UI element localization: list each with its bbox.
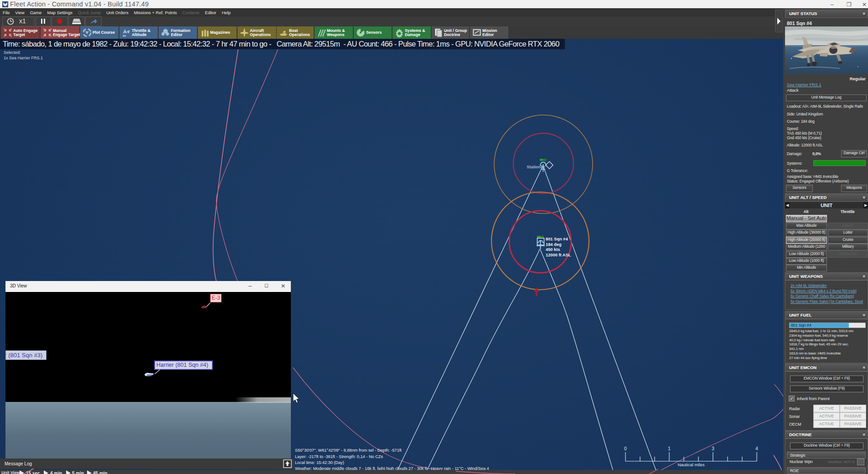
svg-text:450 kts: 450 kts [546, 247, 560, 252]
svg-text:Nautical miles: Nautical miles [677, 462, 704, 467]
svg-text:4 min: 4 min [50, 471, 62, 474]
svg-text:5 min: 5 min [72, 471, 84, 474]
svg-text:12000 ft ASL: 12000 ft ASL [546, 253, 571, 257]
svg-text:45 min: 45 min [93, 471, 108, 474]
svg-text:Station(0: Station(0 [527, 165, 545, 169]
svg-text:3: 3 [712, 446, 714, 451]
svg-text:801 Sqn #4: 801 Sqn #4 [546, 237, 568, 241]
svg-text:0: 0 [624, 446, 627, 451]
svg-text:1: 1 [668, 446, 671, 451]
svg-text:4: 4 [755, 446, 758, 451]
svg-text:184 deg: 184 deg [546, 242, 562, 247]
